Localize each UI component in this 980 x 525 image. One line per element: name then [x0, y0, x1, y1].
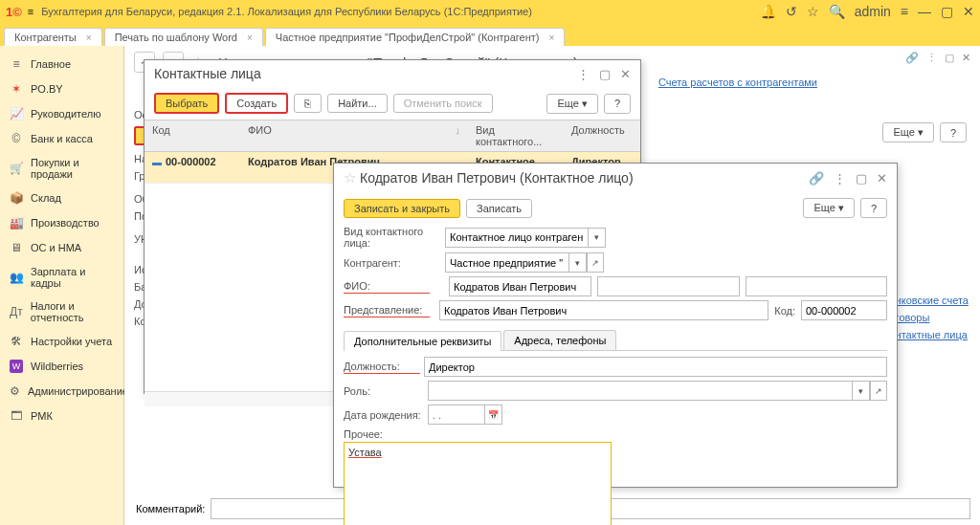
- sidebar-item-label: Налоги и отчетность: [31, 300, 114, 323]
- close-icon[interactable]: ✕: [877, 171, 887, 186]
- close-icon[interactable]: ✕: [963, 4, 974, 19]
- calendar-icon[interactable]: 📅: [485, 405, 502, 425]
- link-icon[interactable]: 🔗: [905, 52, 919, 64]
- code-input[interactable]: [801, 300, 887, 320]
- position-input[interactable]: [424, 357, 887, 377]
- select-button[interactable]: Выбрать: [154, 93, 219, 114]
- copy-button[interactable]: ⎘: [294, 94, 322, 113]
- sidebar-item-main[interactable]: ≡Главное: [0, 52, 123, 77]
- counterparty-input[interactable]: [445, 252, 569, 273]
- col-position[interactable]: Должность: [564, 120, 640, 151]
- more-icon[interactable]: ⋮: [577, 67, 590, 81]
- help-button[interactable]: ?: [604, 94, 631, 114]
- fio-input-2[interactable]: [597, 276, 740, 296]
- role-input[interactable]: [428, 381, 853, 401]
- birthdate-input[interactable]: [428, 405, 485, 425]
- settings-icon[interactable]: ≡: [901, 4, 908, 19]
- help-button[interactable]: ?: [940, 122, 967, 142]
- row-marker-icon: ▬: [152, 157, 162, 167]
- pc-icon: 🖥: [10, 241, 23, 254]
- label-birthdate: Дата рождения:: [344, 409, 428, 421]
- sidebar-item-bank[interactable]: ©Банк и касса: [0, 126, 123, 151]
- dropdown-button[interactable]: ▾: [589, 228, 606, 248]
- factory-icon: 🏭: [10, 216, 23, 230]
- sidebar-item-poby[interactable]: ✶PO.BY: [0, 77, 123, 101]
- sidebar-item-production[interactable]: 🏭Производство: [0, 210, 123, 235]
- sidebar: ≡Главное ✶PO.BY 📈Руководителю ©Банк и ка…: [0, 46, 124, 525]
- app-tab[interactable]: Контрагенты×: [4, 28, 102, 46]
- representation-input[interactable]: [439, 300, 768, 320]
- close-page-icon[interactable]: ✕: [962, 52, 970, 64]
- open-button[interactable]: ↗: [870, 381, 887, 401]
- history-icon[interactable]: ↺: [786, 4, 797, 19]
- bell-icon[interactable]: 🔔: [760, 4, 776, 19]
- link-icon[interactable]: 🔗: [809, 171, 824, 186]
- link-bank-accounts[interactable]: анковские счета: [890, 295, 969, 306]
- create-button[interactable]: Создать: [225, 93, 288, 114]
- label-position: Должность:: [344, 361, 420, 374]
- link-settlement[interactable]: Счета расчетов с контрагентами: [658, 77, 817, 88]
- save-button[interactable]: Записать: [466, 199, 532, 218]
- dropdown-button[interactable]: ▾: [853, 381, 870, 401]
- label-fio: ФИО:: [344, 280, 430, 294]
- find-button[interactable]: Найти...: [327, 94, 388, 113]
- col-fio[interactable]: ФИО↓: [240, 120, 468, 151]
- sidebar-item-label: PO.BY: [31, 83, 63, 95]
- sidebar-item-wb[interactable]: WWildberries: [0, 354, 123, 379]
- tab-details[interactable]: Дополнительные реквизиты: [344, 331, 501, 351]
- other-textarea[interactable]: [344, 442, 612, 525]
- app-tab[interactable]: Частное предприятие "ПрофиДелСтрой" (Кон…: [265, 28, 565, 46]
- maximize-icon[interactable]: ▢: [941, 4, 953, 19]
- open-button[interactable]: ↗: [587, 252, 604, 273]
- col-kind[interactable]: Вид контактного...: [468, 120, 564, 151]
- sidebar-item-settings[interactable]: 🛠Настройки учета: [0, 329, 123, 354]
- sidebar-item-manager[interactable]: 📈Руководителю: [0, 101, 123, 126]
- minimize-icon[interactable]: —: [918, 4, 931, 19]
- sidebar-item-assets[interactable]: 🖥ОС и НМА: [0, 235, 123, 260]
- sidebar-item-tax[interactable]: ДтНалоги и отчетность: [0, 295, 123, 329]
- tab-label: Контрагенты: [14, 32, 77, 43]
- admin-label[interactable]: admin: [855, 4, 891, 19]
- tab-close-icon[interactable]: ×: [86, 33, 92, 43]
- sidebar-item-admin[interactable]: ⚙Администрирование: [0, 379, 123, 404]
- sidebar-item-sales[interactable]: 🛒Покупки и продажи: [0, 151, 123, 186]
- cancel-find-button[interactable]: Отменить поиск: [393, 94, 493, 113]
- col-code[interactable]: Код: [145, 120, 240, 151]
- star-icon[interactable]: ☆: [807, 4, 819, 19]
- search-icon[interactable]: 🔍: [829, 4, 845, 19]
- sidebar-item-label: Wildberries: [31, 361, 83, 372]
- tab-close-icon[interactable]: ×: [247, 33, 253, 43]
- maximize-icon[interactable]: ▢: [856, 171, 867, 186]
- label-kind: Вид контактного лица:: [344, 226, 445, 249]
- tab-label: Печать по шаблону Word: [115, 32, 237, 43]
- sidebar-item-rmk[interactable]: 🗔РМК: [0, 404, 123, 428]
- fio-input[interactable]: [449, 276, 591, 296]
- tab-label: Частное предприятие "ПрофиДелСтрой" (Кон…: [276, 32, 540, 43]
- sidebar-item-hr[interactable]: 👥Зарплата и кадры: [0, 260, 123, 295]
- maximize-icon[interactable]: ▢: [599, 67, 611, 81]
- more-button[interactable]: Еще ▾: [546, 94, 597, 114]
- more-icon[interactable]: ⋮: [926, 52, 937, 64]
- favorite-star-icon[interactable]: ☆: [344, 169, 356, 186]
- tab-close-icon[interactable]: ×: [548, 33, 554, 43]
- sidebar-item-warehouse[interactable]: 📦Склад: [0, 186, 123, 210]
- btn-label: Еще: [893, 126, 914, 138]
- sidebar-item-label: Банк и касса: [31, 133, 93, 144]
- kind-input[interactable]: [445, 228, 589, 248]
- link-contact-persons[interactable]: онтактные лица: [890, 329, 969, 340]
- link-contracts[interactable]: оговоры: [890, 312, 969, 323]
- help-button[interactable]: ?: [860, 198, 887, 218]
- close-icon[interactable]: ✕: [620, 67, 631, 81]
- app-tab[interactable]: Печать по шаблону Word×: [104, 28, 263, 46]
- wrench-icon: 🛠: [10, 335, 23, 348]
- wb-icon: W: [10, 360, 23, 373]
- pin-icon[interactable]: ▢: [945, 52, 954, 64]
- fio-input-3[interactable]: [746, 276, 887, 296]
- save-close-button[interactable]: Записать и закрыть: [344, 199, 460, 218]
- tab-addresses[interactable]: Адреса, телефоны: [503, 330, 616, 350]
- hamburger-icon[interactable]: ≡: [28, 6, 33, 17]
- dropdown-button[interactable]: ▾: [569, 252, 587, 273]
- more-icon[interactable]: ⋮: [834, 171, 846, 186]
- more-button[interactable]: Еще ▾: [803, 198, 854, 218]
- more-button[interactable]: Еще ▾: [882, 122, 933, 142]
